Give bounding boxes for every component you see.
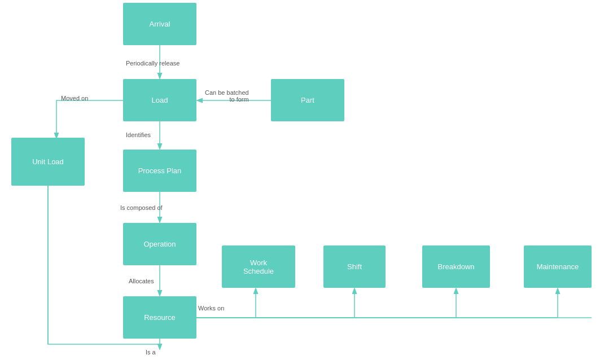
- node-breakdown: Breakdown: [422, 245, 490, 288]
- label-can-be-batched: Can be batched to form: [205, 89, 249, 103]
- label-periodically-release: Periodically release: [126, 60, 179, 67]
- label-is-a: Is a: [146, 349, 156, 356]
- label-moved-on: Moved on: [61, 95, 88, 102]
- node-processplan: Process Plan: [123, 150, 196, 192]
- node-operation: Operation: [123, 223, 196, 265]
- node-part: Part: [271, 79, 344, 121]
- label-identifies: Identifies: [126, 131, 151, 138]
- label-works-on: Works on: [198, 305, 224, 312]
- label-allocates: Allocates: [129, 278, 154, 284]
- node-shift: Shift: [323, 245, 386, 288]
- node-maintenance: Maintenance: [524, 245, 592, 288]
- node-resource: Resource: [123, 296, 196, 339]
- node-arrival: Arrival: [123, 3, 196, 45]
- is-a-arrow: [155, 339, 167, 350]
- node-load: Load: [123, 79, 196, 121]
- node-workschedule: Work Schedule: [222, 245, 295, 288]
- diagram: Arrival Load Part Unit Load Process Plan…: [0, 0, 613, 364]
- node-unitload: Unit Load: [11, 138, 85, 186]
- label-is-composed-of: Is composed of: [120, 204, 163, 211]
